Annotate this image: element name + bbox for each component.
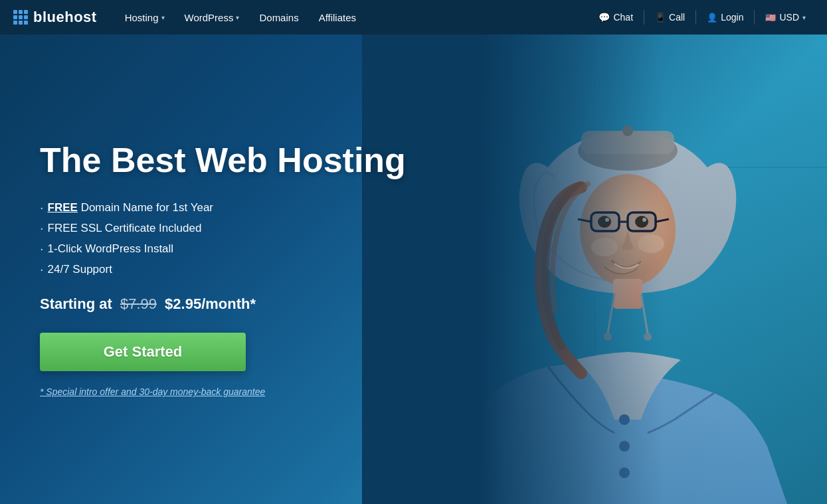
nav-item-affiliates[interactable]: Affiliates xyxy=(311,8,364,27)
bullet-icon: · xyxy=(40,220,44,236)
currency-selector[interactable]: USD ▾ xyxy=(757,8,814,27)
nav-item-hosting[interactable]: Hosting ▾ xyxy=(117,8,173,27)
hero-content: The Best Web Hosting · FREE Domain Name … xyxy=(0,141,446,398)
nav-divider-2 xyxy=(695,10,696,25)
chevron-down-icon: ▾ xyxy=(236,14,239,21)
chat-button[interactable]: Chat xyxy=(591,8,641,27)
call-button[interactable]: Call xyxy=(647,8,693,27)
nav-right: Chat Call Login USD ▾ xyxy=(591,8,814,27)
chevron-down-icon: ▾ xyxy=(802,14,806,21)
nav-item-wordpress[interactable]: WordPress ▾ xyxy=(177,8,248,27)
logo[interactable]: bluehost xyxy=(13,9,97,26)
feature-item-2: · FREE SSL Certificate Included xyxy=(40,220,406,236)
nav-item-domains[interactable]: Domains xyxy=(251,8,306,27)
current-price: $2.95/month* xyxy=(165,295,256,312)
hero-section: The Best Web Hosting · FREE Domain Name … xyxy=(0,35,827,504)
feature-item-4: · 24/7 Support xyxy=(40,262,406,277)
hero-features-list: · FREE Domain Name for 1st Year · FREE S… xyxy=(40,200,406,277)
get-started-button[interactable]: Get Started xyxy=(40,333,246,371)
nav-divider xyxy=(644,10,644,25)
feature-item-3: · 1-Click WordPress Install xyxy=(40,241,406,256)
hero-title: The Best Web Hosting xyxy=(40,141,406,181)
bullet-icon: · xyxy=(40,241,44,256)
guarantee-link[interactable]: * Special intro offer and 30-day money-b… xyxy=(40,386,265,397)
pricing-info: Starting at $7.99 $2.95/month* xyxy=(40,295,406,313)
logo-text: bluehost xyxy=(33,9,97,26)
free-text: FREE xyxy=(48,201,78,214)
logo-grid-icon xyxy=(13,10,28,25)
phone-icon xyxy=(655,12,666,23)
nav-divider-3 xyxy=(754,10,755,25)
bullet-icon: · xyxy=(40,262,44,277)
nav-links: Hosting ▾ WordPress ▾ Domains Affiliates xyxy=(117,8,591,27)
bullet-icon: · xyxy=(40,200,44,215)
original-price: $7.99 xyxy=(120,295,157,312)
chevron-down-icon: ▾ xyxy=(161,14,165,21)
chat-icon xyxy=(598,12,610,23)
flag-icon xyxy=(765,12,776,23)
user-icon xyxy=(707,12,717,23)
navbar: bluehost Hosting ▾ WordPress ▾ Domains A… xyxy=(0,0,827,35)
login-button[interactable]: Login xyxy=(699,8,751,27)
feature-item-1: · FREE Domain Name for 1st Year xyxy=(40,200,406,215)
